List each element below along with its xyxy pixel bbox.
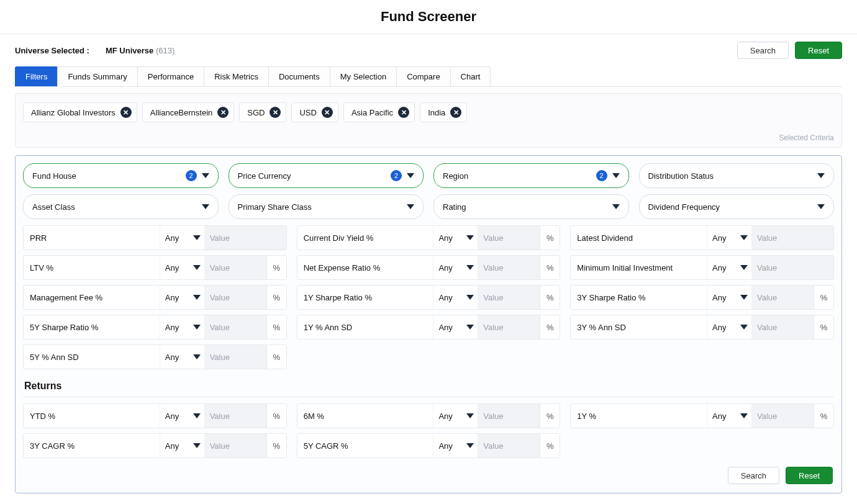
- dropdown-label: Distribution Status: [648, 171, 714, 181]
- dropdown-price-currency[interactable]: Price Currency2: [229, 163, 424, 188]
- close-icon[interactable]: ✕: [398, 107, 409, 118]
- metric-latest-dividend: Latest DividendAny: [570, 225, 834, 250]
- percent-suffix: %: [266, 404, 286, 428]
- condition-select[interactable]: Any: [160, 434, 205, 457]
- chevron-down-icon: [193, 413, 201, 418]
- condition-label: Any: [712, 323, 726, 332]
- dropdown-primary-share-class[interactable]: Primary Share Class: [229, 194, 424, 219]
- close-icon[interactable]: ✕: [217, 107, 229, 118]
- reset-button-bottom[interactable]: Reset: [786, 467, 833, 484]
- value-input[interactable]: [205, 256, 266, 279]
- tab-filters[interactable]: Filters: [15, 66, 58, 86]
- criteria-chip: USD✕: [291, 102, 338, 122]
- condition-select[interactable]: Any: [707, 286, 752, 309]
- value-input[interactable]: [205, 345, 266, 369]
- tab-chart[interactable]: Chart: [450, 66, 491, 86]
- value-input[interactable]: [478, 256, 540, 279]
- condition-label: Any: [165, 323, 179, 332]
- value-input[interactable]: [752, 404, 814, 428]
- close-icon[interactable]: ✕: [270, 107, 281, 118]
- value-input[interactable]: [205, 226, 286, 250]
- value-input[interactable]: [478, 286, 540, 309]
- close-icon[interactable]: ✕: [322, 107, 333, 118]
- condition-label: Any: [438, 263, 452, 272]
- metric-management-fee: Management Fee %Any%: [23, 285, 287, 310]
- dropdown-dividend-frequency[interactable]: Dividend Frequency: [639, 194, 835, 219]
- metric-ltv: LTV %Any%: [23, 255, 287, 280]
- value-input[interactable]: [205, 286, 266, 309]
- dropdown-region[interactable]: Region2: [433, 163, 629, 188]
- close-icon[interactable]: ✕: [450, 107, 461, 118]
- tab-my-selection[interactable]: My Selection: [330, 66, 397, 86]
- value-input[interactable]: [205, 315, 266, 339]
- value-input[interactable]: [478, 315, 540, 339]
- tab-funds-summary[interactable]: Funds Summary: [57, 66, 137, 86]
- filters-panel: Fund House2Price Currency2Region2Distrib…: [15, 155, 842, 493]
- tabs-underline: [15, 86, 842, 87]
- spacer: [570, 344, 834, 369]
- condition-select[interactable]: Any: [160, 226, 205, 250]
- chevron-down-icon: [740, 235, 748, 240]
- value-input[interactable]: [752, 315, 814, 339]
- dropdown-label: Price Currency: [238, 171, 291, 181]
- condition-select[interactable]: Any: [160, 256, 205, 279]
- chevron-down-icon: [612, 204, 620, 209]
- value-input[interactable]: [478, 226, 540, 250]
- condition-select[interactable]: Any: [707, 226, 752, 250]
- dropdown-rating[interactable]: Rating: [433, 194, 629, 219]
- dropdown-badge: 2: [391, 170, 402, 181]
- chevron-down-icon: [193, 265, 201, 270]
- percent-suffix: %: [266, 345, 286, 369]
- condition-select[interactable]: Any: [433, 404, 478, 428]
- condition-select[interactable]: Any: [707, 256, 752, 279]
- value-input[interactable]: [478, 404, 540, 428]
- condition-select[interactable]: Any: [707, 315, 752, 339]
- value-input[interactable]: [752, 256, 833, 279]
- metric-6m: 6M %Any%: [297, 403, 561, 428]
- value-input[interactable]: [752, 286, 814, 309]
- condition-select[interactable]: Any: [433, 286, 478, 309]
- metric-minimum-initial-investment: Minimum Initial InvestmentAny: [570, 255, 834, 280]
- condition-label: Any: [165, 263, 179, 272]
- criteria-chip: AllianceBernstein✕: [142, 102, 234, 122]
- close-icon[interactable]: ✕: [120, 107, 132, 118]
- tab-compare[interactable]: Compare: [396, 66, 450, 86]
- tab-risk-metrics[interactable]: Risk Metrics: [204, 66, 269, 86]
- condition-select[interactable]: Any: [433, 226, 478, 250]
- condition-label: Any: [712, 263, 726, 272]
- value-input[interactable]: [478, 434, 540, 457]
- condition-select[interactable]: Any: [433, 434, 478, 457]
- tab-performance[interactable]: Performance: [137, 66, 204, 86]
- dropdown-distribution-status[interactable]: Distribution Status: [639, 163, 835, 188]
- condition-label: Any: [165, 233, 179, 243]
- search-button-top[interactable]: Search: [737, 42, 789, 59]
- condition-select[interactable]: Any: [160, 404, 205, 428]
- metric-3y-sharpe-ratio: 3Y Sharpe Ratio %Any%: [570, 285, 834, 310]
- condition-select[interactable]: Any: [433, 256, 478, 279]
- dropdown-fund-house[interactable]: Fund House2: [23, 163, 219, 188]
- condition-select[interactable]: Any: [433, 315, 478, 339]
- metric-prr: PRRAny: [23, 225, 287, 250]
- condition-select[interactable]: Any: [707, 404, 752, 428]
- search-button-bottom[interactable]: Search: [728, 467, 779, 484]
- metric-label: 3Y Sharpe Ratio %: [571, 286, 707, 309]
- selected-criteria-caption: Selected Criteria: [23, 133, 834, 142]
- condition-label: Any: [165, 353, 179, 362]
- condition-select[interactable]: Any: [160, 286, 205, 309]
- chevron-down-icon: [466, 265, 474, 270]
- chevron-down-icon: [740, 325, 748, 330]
- metric-1y-sharpe-ratio: 1Y Sharpe Ratio %Any%: [297, 285, 561, 310]
- value-input[interactable]: [752, 226, 833, 250]
- reset-button-top[interactable]: Reset: [795, 42, 842, 59]
- condition-select[interactable]: Any: [160, 315, 205, 339]
- value-input[interactable]: [205, 434, 266, 457]
- condition-label: Any: [438, 293, 452, 302]
- condition-select[interactable]: Any: [160, 345, 205, 369]
- value-input[interactable]: [205, 404, 266, 428]
- dropdown-asset-class[interactable]: Asset Class: [23, 194, 219, 219]
- metric-5y-cagr: 5Y CAGR %Any%: [297, 433, 561, 458]
- condition-label: Any: [165, 293, 179, 302]
- chevron-down-icon: [740, 295, 748, 300]
- percent-suffix: %: [266, 315, 286, 339]
- tab-documents[interactable]: Documents: [268, 66, 330, 86]
